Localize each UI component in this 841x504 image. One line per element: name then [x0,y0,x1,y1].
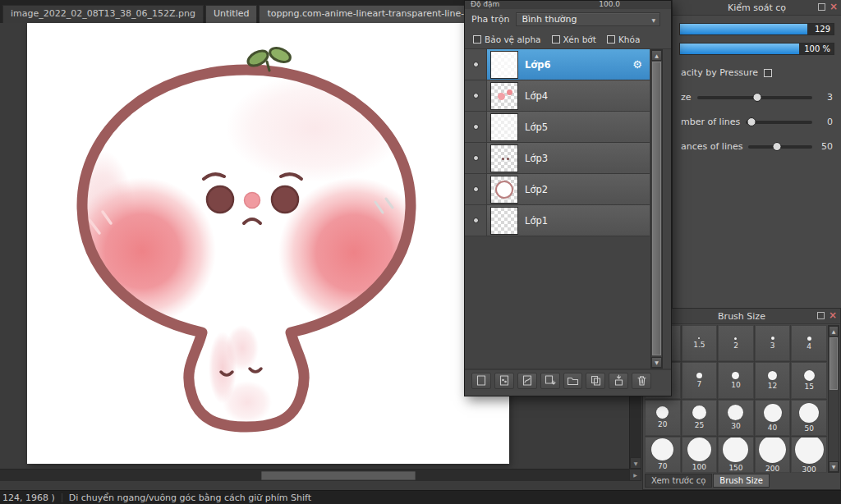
visibility-dot-icon [473,124,479,130]
close-panel-icon[interactable]: × [830,3,838,11]
brush-parameter-slider[interactable]: 129 [679,23,834,35]
scroll-up-button[interactable]: ▲ [651,50,662,61]
layer-visibility-cell[interactable] [465,143,487,173]
layer-visibility-cell[interactable] [465,49,487,80]
brush-size-label: 10 [731,381,740,389]
brush-size-cell[interactable]: 1.5 [682,325,718,361]
canvas-horizontal-scrollbar[interactable] [0,469,629,481]
document-tab-2[interactable]: Untitled [205,5,258,23]
opacity-by-pressure-checkbox[interactable] [764,69,772,77]
brush-dot [804,370,815,381]
new-vector-layer-button[interactable] [517,373,537,389]
brush-size-label: 30 [731,422,740,430]
blend-mode-dropdown[interactable]: Bình thường ▼ [516,12,660,26]
size-slider-knob[interactable] [752,93,761,102]
layer-list-scrollbar[interactable]: ▲ ▼ [650,49,663,369]
chevron-down-icon: ▼ [651,17,655,23]
brush-size-cell[interactable]: 70 [645,437,681,473]
distance-slider-track[interactable] [748,145,812,149]
brush-size-cell[interactable]: 40 [755,400,791,436]
brush-size-cell[interactable]: 20 [645,400,681,436]
float-panel-icon[interactable] [818,3,825,11]
visibility-dot-icon [473,218,479,223]
layer-thumbnail[interactable] [490,207,518,235]
layer-thumbnail[interactable] [490,144,518,172]
lock-checkbox[interactable] [607,35,615,44]
layer-visibility-cell[interactable] [465,174,487,204]
close-panel-icon[interactable]: × [829,312,837,319]
brush-size-cell[interactable]: 3 [755,325,791,361]
horizontal-scrollbar-thumb[interactable] [261,471,416,480]
brush-dot [771,337,774,340]
tab-brush-preview[interactable]: Xem trước cọ [645,474,712,488]
brush-size-label: 50 [804,424,813,433]
layer-visibility-cell[interactable] [465,112,487,142]
layer-row[interactable]: Lớp2 [465,174,650,205]
clipping-label: Xén bớt [563,34,596,44]
clipping-option[interactable]: Xén bớt [552,34,596,44]
opacity-by-pressure-label: acity by Pressure [681,67,758,78]
gear-icon[interactable]: ⚙ [632,58,642,71]
new-pixel-layer-button[interactable] [494,373,514,389]
scroll-right-icon: ▶ [633,472,637,478]
brush-size-cell[interactable]: 300 [791,437,827,473]
protect-alpha-checkbox[interactable] [473,35,481,44]
layer-thumbnail[interactable] [490,176,518,204]
layer-thumbnail[interactable] [490,51,518,79]
tab-brush-size[interactable]: Brush Size [713,474,770,488]
protect-alpha-option[interactable]: Bảo vệ alpha [473,34,541,44]
layer-thumbnail[interactable] [490,82,518,110]
layer-row[interactable]: Lớp4 [465,80,650,112]
canvas[interactable] [27,23,509,464]
layer-thumbnail[interactable] [490,113,518,141]
transfer-layer-button[interactable] [540,373,560,389]
new-layer-button[interactable] [471,373,491,389]
brush-size-cell[interactable]: 150 [718,437,754,473]
brush-size-cell[interactable]: 4 [791,325,827,361]
brush-size-cell[interactable]: 2 [718,325,754,361]
brush-size-cell[interactable]: 30 [718,400,754,436]
document-tab-1[interactable]: image_2022_02_08T13_38_06_152Z.png [2,5,204,23]
brush-size-scrollbar[interactable]: ▲ ▼ [828,325,839,473]
lines-slider-track[interactable] [746,121,812,124]
brush-size-cell[interactable]: 7 [682,362,718,398]
brush-size-cell[interactable]: 200 [755,437,791,473]
brush-size-cell[interactable]: 15 [791,362,827,398]
layer-visibility-cell[interactable] [465,80,487,111]
opacity-by-pressure-row: acity by Pressure [681,67,833,78]
scroll-down-button[interactable]: ▼ [630,457,641,469]
scroll-down-button[interactable]: ▼ [651,357,662,368]
layer-row[interactable]: Lớp6 ⚙ [465,49,650,80]
float-panel-icon[interactable] [817,312,825,319]
brush-dot [728,405,743,420]
lock-label: Khóa [618,34,640,44]
lock-option[interactable]: Khóa [607,34,640,44]
delete-layer-button[interactable] [632,373,651,389]
clipping-checkbox[interactable] [552,35,560,44]
merge-down-button[interactable] [609,373,628,389]
brush-dot [759,437,786,464]
brush-size-label: 3 [770,341,775,350]
brush-size-label: 100 [692,463,706,471]
brush-size-cell[interactable]: 25 [682,400,718,436]
layer-name: Lớp4 [525,90,548,102]
scroll-right-button[interactable]: ▶ [629,469,641,481]
brush-size-cell[interactable]: 100 [682,437,718,473]
distance-slider-knob[interactable] [773,142,782,151]
duplicate-layer-button[interactable] [586,373,605,389]
layer-row[interactable]: Lớp1 [465,205,650,236]
scrollbar-thumb[interactable] [652,62,661,355]
lines-slider-knob[interactable] [747,117,756,126]
scrollbar-thumb[interactable] [830,337,838,390]
new-folder-button[interactable] [563,373,583,389]
scroll-up-button[interactable]: ▲ [829,326,839,337]
layer-visibility-cell[interactable] [465,205,487,236]
layer-row[interactable]: Lớp5 [465,112,650,143]
brush-size-cell[interactable]: 50 [791,400,827,436]
brush-size-cell[interactable]: 10 [718,362,754,398]
scroll-down-button[interactable]: ▼ [829,461,839,472]
brush-size-cell[interactable]: 12 [755,362,791,398]
size-slider-track[interactable] [697,96,812,99]
layer-row[interactable]: Lớp3 [465,143,650,174]
brush-opacity-slider[interactable]: 100 % [679,43,834,55]
